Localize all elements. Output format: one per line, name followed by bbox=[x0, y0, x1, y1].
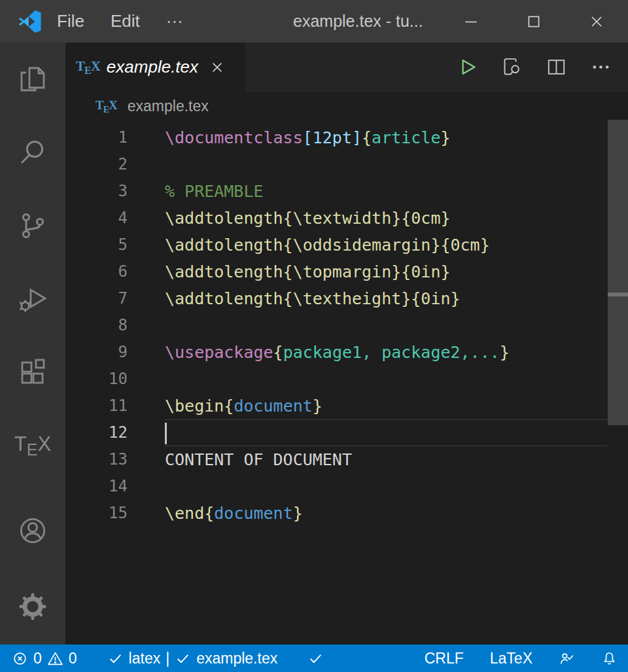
line-number: 5 bbox=[65, 232, 128, 258]
code-line-8[interactable]: 8 bbox=[65, 312, 628, 339]
token-brace: { bbox=[273, 343, 283, 362]
token-func: \addtolength{\topmargin}{0in} bbox=[165, 262, 451, 281]
code-line-13[interactable]: 13CONTENT OF DOCUMENT bbox=[65, 446, 628, 473]
token-comment: % PREAMBLE bbox=[165, 182, 264, 201]
line-content[interactable]: \begin{document} bbox=[165, 393, 608, 419]
code-editor[interactable]: 1\documentclass[12pt]{article}23% PREAMB… bbox=[65, 121, 628, 645]
sidebar-item-search[interactable] bbox=[0, 116, 65, 189]
extensions-icon bbox=[17, 357, 48, 388]
menu-file[interactable]: File bbox=[46, 7, 96, 35]
notifications-button[interactable] bbox=[601, 650, 618, 667]
check-icon bbox=[307, 650, 324, 667]
close-window-button[interactable] bbox=[565, 0, 628, 43]
tab-label: example.tex bbox=[107, 57, 198, 77]
errors-icon bbox=[12, 650, 28, 667]
warnings-icon bbox=[47, 650, 63, 667]
latex-linter-status[interactable]: latex | example.tex bbox=[107, 650, 278, 667]
close-icon bbox=[588, 13, 605, 30]
menu-edit[interactable]: Edit bbox=[99, 7, 151, 35]
maximize-icon bbox=[525, 13, 542, 30]
line-number: 8 bbox=[65, 312, 128, 339]
line-content[interactable]: % PREAMBLE bbox=[165, 178, 608, 205]
git-branch-icon bbox=[17, 210, 48, 241]
code-line-14[interactable]: 14 bbox=[65, 473, 628, 500]
maximize-button[interactable] bbox=[502, 0, 565, 43]
menu-overflow[interactable]: ··· bbox=[155, 7, 194, 35]
line-content[interactable]: \addtolength{\textheight}{0in} bbox=[165, 285, 608, 312]
line-content[interactable] bbox=[165, 473, 608, 500]
line-content[interactable]: CONTENT OF DOCUMENT bbox=[165, 446, 608, 473]
search-icon bbox=[17, 137, 48, 168]
token-brace: { bbox=[362, 128, 372, 147]
token-func: \end bbox=[165, 504, 204, 523]
code-line-5[interactable]: 5\addtolength{\oddsidemargin}{0cm} bbox=[65, 232, 628, 258]
eol-indicator[interactable]: CRLF bbox=[425, 650, 464, 667]
line-content[interactable] bbox=[165, 312, 608, 339]
status-bar: 0 0 latex | example.tex bbox=[0, 645, 628, 672]
minimize-icon bbox=[462, 13, 480, 30]
editor-group: TEX example.tex bbox=[65, 43, 628, 645]
line-content[interactable]: \usepackage{package1, package2,...} bbox=[165, 339, 608, 366]
code-line-7[interactable]: 7\addtolength{\textheight}{0in} bbox=[65, 285, 628, 312]
close-tab-button[interactable] bbox=[206, 56, 228, 79]
code-line-2[interactable]: 2 bbox=[65, 151, 628, 178]
token-plain: CONTENT OF DOCUMENT bbox=[165, 450, 352, 469]
code-line-4[interactable]: 4\addtolength{\textwidth}{0cm} bbox=[65, 205, 628, 232]
line-content[interactable]: \addtolength{\topmargin}{0in} bbox=[165, 258, 608, 285]
check-icon bbox=[175, 650, 191, 667]
line-number: 10 bbox=[65, 366, 128, 393]
feedback-icon bbox=[559, 650, 575, 667]
code-line-9[interactable]: 9\usepackage{package1, package2,...} bbox=[65, 339, 628, 366]
code-line-11[interactable]: 11\begin{document} bbox=[65, 393, 628, 419]
token-func: \addtolength{\textheight}{0in} bbox=[165, 289, 461, 308]
more-actions-button[interactable] bbox=[589, 56, 612, 79]
sidebar-item-latex-workshop[interactable]: TEX bbox=[0, 409, 65, 482]
line-content[interactable]: \addtolength{\oddsidemargin}{0cm} bbox=[165, 232, 608, 258]
code-line-1[interactable]: 1\documentclass[12pt]{article} bbox=[65, 124, 628, 151]
line-content[interactable] bbox=[165, 419, 608, 446]
sidebar-item-extensions[interactable] bbox=[0, 336, 65, 409]
token-brace: } bbox=[440, 128, 450, 147]
token-func: \begin bbox=[165, 397, 224, 416]
sidebar-item-explorer[interactable] bbox=[0, 43, 65, 116]
problems-indicator[interactable]: 0 0 bbox=[12, 650, 77, 667]
text-cursor bbox=[165, 423, 167, 444]
editor-lines: 1\documentclass[12pt]{article}23% PREAMB… bbox=[65, 124, 628, 527]
line-content[interactable]: \documentclass[12pt]{article} bbox=[165, 124, 608, 151]
tex-file-icon: TEX bbox=[96, 98, 117, 115]
token-brace: } bbox=[313, 397, 323, 416]
separator: | bbox=[166, 650, 169, 667]
sidebar-item-run-debug[interactable] bbox=[0, 262, 65, 336]
line-number: 12 bbox=[65, 419, 128, 446]
line-content[interactable] bbox=[165, 151, 608, 178]
line-content[interactable]: \addtolength{\textwidth}{0cm} bbox=[165, 205, 608, 232]
token-opt: [12pt] bbox=[303, 128, 362, 147]
code-line-3[interactable]: 3% PREAMBLE bbox=[65, 178, 628, 205]
language-mode[interactable]: LaTeX bbox=[490, 650, 532, 667]
sidebar-item-settings[interactable] bbox=[0, 570, 65, 643]
split-editor-button[interactable] bbox=[544, 56, 568, 79]
tab-example-tex[interactable]: TEX example.tex bbox=[65, 43, 245, 92]
code-line-12[interactable]: 12 bbox=[65, 419, 628, 446]
tab-bar: TEX example.tex bbox=[65, 43, 628, 92]
build-latex-button[interactable] bbox=[455, 56, 479, 79]
code-line-15[interactable]: 15\end{document} bbox=[65, 500, 628, 527]
sidebar-item-accounts[interactable] bbox=[0, 494, 65, 567]
activity-bar: TEX bbox=[0, 43, 65, 645]
breadcrumb-item-file[interactable]: example.tex bbox=[128, 97, 209, 115]
sidebar-item-source-control[interactable] bbox=[0, 189, 65, 262]
files-icon bbox=[17, 63, 48, 95]
line-content[interactable]: \end{document} bbox=[165, 500, 608, 527]
feedback-button[interactable] bbox=[559, 650, 575, 667]
code-line-6[interactable]: 6\addtolength{\topmargin}{0in} bbox=[65, 258, 628, 285]
line-number: 4 bbox=[65, 205, 128, 232]
token-brace: { bbox=[204, 504, 214, 523]
view-pdf-button[interactable] bbox=[500, 56, 523, 79]
build-status[interactable] bbox=[307, 650, 324, 667]
minimize-button[interactable] bbox=[440, 0, 502, 43]
scrollbar-slider[interactable] bbox=[608, 120, 628, 425]
line-content[interactable] bbox=[165, 366, 608, 393]
title-bar: File Edit ··· example.tex - tu... bbox=[0, 0, 628, 43]
code-line-10[interactable]: 10 bbox=[65, 366, 628, 393]
line-number: 1 bbox=[65, 124, 128, 151]
